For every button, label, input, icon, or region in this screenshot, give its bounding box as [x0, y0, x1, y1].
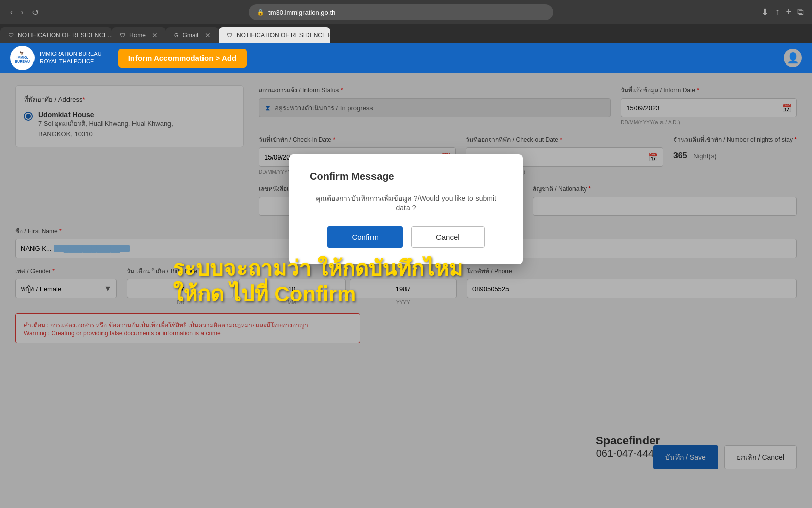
modal-overlay: Confirm Message คุณต้องการบันทึกการเพิ่ม…	[0, 73, 812, 508]
dialog-title: Confirm Message	[310, 171, 502, 182]
tab-label-home: Home	[129, 31, 146, 39]
refresh-button[interactable]: ↺	[30, 6, 41, 19]
logo-badge: 🦅 IMMIG. BUREAU	[10, 46, 35, 70]
browser-chrome: ‹ › ↺ 🔒 tm30.immigration.go.th ⬇ ↑ + ⧉	[0, 0, 812, 24]
nav-inform-button[interactable]: Inform Accommodation > Add	[118, 49, 247, 68]
tab-label-gmail: Gmail	[183, 31, 198, 39]
logo-area: 🦅 IMMIG. BUREAU IMMIGRATION BUREAU ROYAL…	[10, 46, 102, 70]
tab-icon-home: 🛡	[120, 32, 125, 38]
tab-close-gmail[interactable]: ✕	[205, 31, 211, 39]
tab-notification-active[interactable]: 🛡 NOTIFICATION OF RESIDENCE FOR FOREIGNE…	[219, 27, 330, 43]
user-avatar[interactable]: 👤	[784, 49, 802, 67]
logo-line2: ROYAL THAI POLICE	[40, 58, 102, 66]
dialog-message: คุณต้องการบันทึกการเพิ่มข้อมูล ?/Would y…	[310, 193, 502, 212]
confirm-dialog: Confirm Message คุณต้องการบันทึกการเพิ่ม…	[289, 154, 523, 264]
tab-icon-1: 🛡	[8, 32, 14, 38]
tab-home[interactable]: 🛡 Home ✕	[112, 27, 166, 43]
browser-actions: ⬇ ↑ + ⧉	[761, 7, 804, 18]
url-text: tm30.immigration.go.th	[268, 9, 335, 16]
window-icon[interactable]: ⧉	[797, 7, 804, 18]
back-button[interactable]: ‹	[8, 6, 15, 19]
logo-text: IMMIGRATION BUREAU ROYAL THAI POLICE	[40, 50, 102, 66]
logo-line1: IMMIGRATION BUREAU	[40, 50, 102, 58]
cancel-dialog-button[interactable]: Cancel	[411, 226, 485, 248]
app-header: 🦅 IMMIG. BUREAU IMMIGRATION BUREAU ROYAL…	[0, 43, 812, 73]
tab-notification-1[interactable]: 🛡 NOTIFICATION OF RESIDENCE... ✕	[0, 27, 112, 43]
browser-controls: ‹ › ↺	[8, 6, 41, 19]
download-icon[interactable]: ⬇	[761, 7, 769, 18]
lock-icon: 🔒	[257, 9, 264, 16]
tab-icon-gmail: G	[174, 32, 179, 38]
tab-icon-active: 🛡	[227, 32, 232, 38]
main-content: ที่พักอาศัย / Address* Udomkiat House 7 …	[0, 73, 812, 508]
share-icon[interactable]: ↑	[775, 7, 780, 18]
tab-gmail[interactable]: G Gmail ✕	[166, 27, 219, 43]
browser-tabs: 🛡 NOTIFICATION OF RESIDENCE... ✕ 🛡 Home …	[0, 24, 812, 43]
address-bar[interactable]: 🔒 tm30.immigration.go.th	[249, 4, 553, 20]
new-tab-icon[interactable]: +	[786, 7, 791, 18]
forward-button[interactable]: ›	[19, 6, 25, 19]
confirm-button[interactable]: Confirm	[327, 226, 403, 248]
tab-label-active: NOTIFICATION OF RESIDENCE FOR FOREIGNERS	[236, 31, 330, 39]
tab-label-1: NOTIFICATION OF RESIDENCE...	[18, 31, 112, 39]
tab-close-home[interactable]: ✕	[152, 31, 158, 39]
dialog-buttons: Confirm Cancel	[310, 226, 502, 248]
